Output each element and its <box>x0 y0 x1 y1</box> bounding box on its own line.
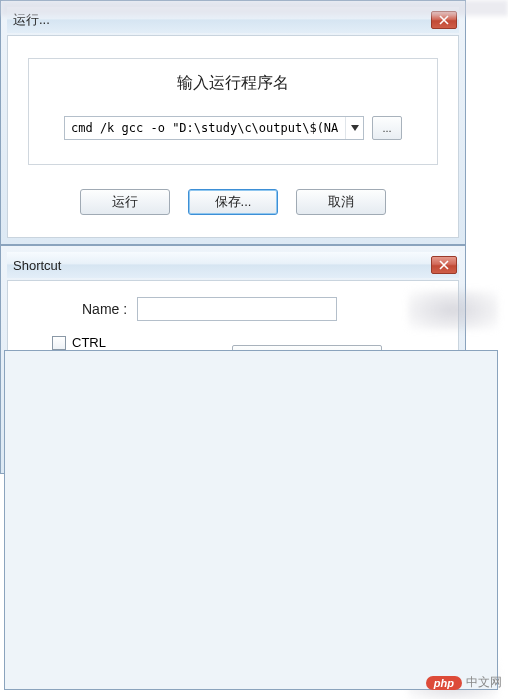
ctrl-checkbox[interactable]: CTRL <box>52 335 106 350</box>
run-button-row: 运行 保存... 取消 <box>24 183 442 225</box>
save-button[interactable]: 保存... <box>188 189 278 215</box>
name-label: Name : <box>82 301 127 317</box>
browse-button-label: ... <box>382 122 391 134</box>
cancel-button-label: 取消 <box>328 193 354 211</box>
name-input[interactable] <box>137 297 337 321</box>
save-button-label: 保存... <box>215 193 252 211</box>
watermark: php 中文网 <box>426 674 502 691</box>
run-button[interactable]: 运行 <box>80 189 170 215</box>
watermark-text: 中文网 <box>466 674 502 691</box>
ctrl-label: CTRL <box>72 335 106 350</box>
command-input[interactable] <box>65 121 345 135</box>
close-button[interactable] <box>431 256 457 274</box>
run-groupbox: 输入运行程序名 ... <box>28 58 438 165</box>
php-badge: php <box>426 676 462 690</box>
close-icon <box>439 260 449 270</box>
run-group-title: 输入运行程序名 <box>41 73 425 94</box>
command-combo[interactable] <box>64 116 364 140</box>
name-row: Name : <box>28 297 438 321</box>
close-icon <box>439 15 449 25</box>
run-button-label: 运行 <box>112 193 138 211</box>
shortcut-dialog-titlebar: Shortcut <box>7 252 459 278</box>
chevron-down-icon <box>351 125 359 131</box>
checkbox-icon <box>52 336 66 350</box>
shortcut-dialog-title: Shortcut <box>13 258 61 273</box>
run-input-row: ... <box>41 116 425 140</box>
background-window <box>4 350 498 690</box>
run-dialog-body: 输入运行程序名 ... 运行 保存... 取消 <box>7 35 459 238</box>
combo-dropdown-button[interactable] <box>345 117 363 139</box>
cancel-button[interactable]: 取消 <box>296 189 386 215</box>
browse-button[interactable]: ... <box>372 116 402 140</box>
run-dialog: 运行... 输入运行程序名 ... 运行 保存... 取消 <box>0 0 466 245</box>
